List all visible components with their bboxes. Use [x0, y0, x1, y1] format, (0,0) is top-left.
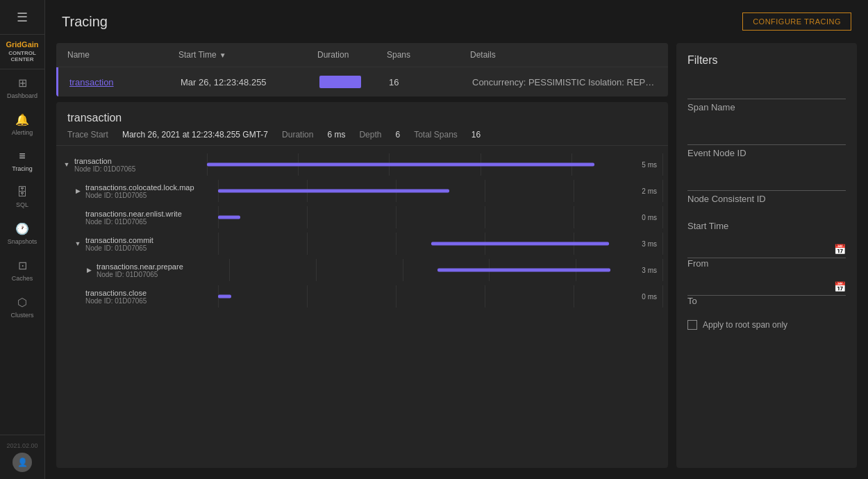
- filter-to: 📅 To: [687, 277, 846, 306]
- sidebar-item-alerting[interactable]: 🔔 Alerting: [0, 106, 44, 143]
- span-duration-label: 0 ms: [642, 293, 657, 301]
- span-toggle[interactable]: ▼: [62, 160, 72, 169]
- apply-root-span-label: Apply to root span only: [703, 320, 787, 330]
- col-start-time[interactable]: Start Time ▼: [178, 50, 317, 60]
- table-header: Name Start Time ▼ Duration Spans Details: [56, 43, 668, 67]
- col-details: Details: [470, 50, 657, 60]
- span-bar: [437, 269, 611, 272]
- row-details: Concurrency: PESSIMISTIC Isolation: REPE…: [472, 77, 657, 87]
- sidebar: ☰ GridGain CONTROL CENTER ⊞ Dashboard 🔔 …: [0, 0, 45, 479]
- span-chart-area: 0 ms: [218, 285, 662, 308]
- table-row[interactable]: transaction Mar 26, 12:23:48.255 16 Conc…: [56, 67, 668, 96]
- span-bar: [218, 190, 449, 193]
- span-row[interactable]: ▼transactionNode ID: 01D070655 ms: [56, 151, 668, 178]
- span-row[interactable]: ▶transactions.near.prepareNode ID: 01D07…: [56, 257, 668, 283]
- span-chart-area: 3 ms: [229, 259, 662, 281]
- span-toggle[interactable]: ▶: [73, 186, 83, 196]
- col-name: Name: [67, 50, 178, 60]
- hamburger-menu[interactable]: ☰: [17, 10, 28, 25]
- span-toggle: [73, 292, 83, 301]
- span-bar: [207, 163, 594, 167]
- span-chart-area: 2 ms: [218, 180, 662, 202]
- span-chart-area: 0 ms: [218, 206, 662, 228]
- span-bar: [431, 242, 609, 246]
- tracing-icon: ≡: [19, 150, 25, 162]
- apply-root-span-checkbox[interactable]: [687, 320, 697, 330]
- span-toggle: [73, 212, 83, 222]
- row-start-time: Mar 26, 12:23:48.255: [181, 77, 319, 87]
- span-bar: [218, 295, 231, 299]
- filters-title: Filters: [687, 54, 846, 67]
- sidebar-item-snapshots[interactable]: 🕐 Snapshots: [0, 215, 44, 252]
- sidebar-item-sql[interactable]: 🗄 SQL: [0, 179, 44, 215]
- node-consistent-id-input[interactable]: [687, 172, 846, 191]
- trace-table: Name Start Time ▼ Duration Spans Details: [56, 43, 668, 96]
- main-content: Tracing CONFIGURE TRACING Name Start Tim…: [45, 0, 868, 479]
- sidebar-item-clusters[interactable]: ⬡ Clusters: [0, 289, 44, 326]
- span-info: transactions.near.prepareNode ID: 01D070…: [94, 262, 229, 278]
- to-calendar-icon[interactable]: 📅: [834, 281, 846, 292]
- dashboard-icon: ⊞: [18, 76, 27, 90]
- page-title: Tracing: [62, 14, 108, 30]
- col-spans: Spans: [387, 50, 470, 60]
- span-info: transactions.colocated.lock.mapNode ID: …: [83, 183, 218, 199]
- from-calendar-icon[interactable]: 📅: [834, 244, 846, 255]
- duration-bar: [319, 76, 361, 88]
- configure-tracing-button[interactable]: CONFIGURE TRACING: [742, 12, 851, 31]
- filters-panel: Filters Span Name Event Node ID Node Con…: [676, 43, 857, 468]
- span-info: transactions.near.enlist.writeNode ID: 0…: [83, 210, 218, 226]
- span-toggle[interactable]: ▼: [73, 239, 83, 249]
- trace-body: ▼transactionNode ID: 01D070655 ms▶transa…: [56, 146, 668, 468]
- span-row[interactable]: ▼transactions.commitNode ID: 01D070653 m…: [56, 230, 668, 257]
- span-row[interactable]: ▶transactions.colocated.lock.mapNode ID:…: [56, 178, 668, 204]
- span-info: transactionNode ID: 01D07065: [72, 157, 207, 173]
- trace-detail: transaction Trace Start March 26, 2021 a…: [56, 102, 668, 468]
- trace-meta: Trace Start March 26, 2021 at 12:23:48.2…: [67, 130, 657, 140]
- trace-detail-title: transaction: [67, 112, 657, 124]
- filter-event-node-id: Event Node ID: [687, 126, 846, 158]
- col-duration: Duration: [317, 50, 387, 60]
- sidebar-item-tracing[interactable]: ≡ Tracing: [0, 143, 44, 179]
- span-row[interactable]: transactions.closeNode ID: 01D070650 ms: [56, 283, 668, 310]
- clusters-icon: ⬡: [17, 296, 27, 309]
- alerting-icon: 🔔: [15, 113, 29, 126]
- span-duration-label: 2 ms: [642, 187, 657, 195]
- sql-icon: 🗄: [17, 186, 28, 199]
- apply-root-span-row: Apply to root span only: [687, 320, 846, 330]
- snapshots-icon: 🕐: [15, 222, 29, 235]
- content-area: Name Start Time ▼ Duration Spans Details: [45, 43, 868, 479]
- trace-detail-header: transaction Trace Start March 26, 2021 a…: [56, 102, 668, 146]
- row-spans: 16: [389, 77, 472, 87]
- span-toggle[interactable]: ▶: [84, 265, 94, 275]
- sidebar-bottom: 2021.02.00 👤: [0, 435, 44, 479]
- span-duration-label: 3 ms: [642, 267, 657, 274]
- logo: GridGain CONTROL CENTER: [0, 35, 44, 69]
- span-chart-area: 5 ms: [207, 153, 662, 176]
- left-panel: Name Start Time ▼ Duration Spans Details: [56, 43, 668, 468]
- span-row[interactable]: transactions.near.enlist.writeNode ID: 0…: [56, 204, 668, 230]
- span-bar: [218, 216, 240, 219]
- caches-icon: ⊡: [18, 259, 27, 272]
- span-duration-label: 3 ms: [642, 240, 657, 248]
- to-date-input[interactable]: [687, 277, 846, 296]
- filter-from: 📅 From: [687, 239, 846, 269]
- span-chart-area: 3 ms: [218, 233, 662, 255]
- version-label: 2021.02.00: [6, 442, 37, 449]
- sort-icon: ▼: [219, 51, 226, 59]
- span-info: transactions.closeNode ID: 01D07065: [83, 289, 218, 305]
- row-name[interactable]: transaction: [69, 77, 181, 87]
- span-duration-label: 0 ms: [642, 214, 657, 221]
- sidebar-item-dashboard[interactable]: ⊞ Dashboard: [0, 69, 44, 106]
- span-name-input[interactable]: [687, 81, 846, 99]
- page-header: Tracing CONFIGURE TRACING: [45, 0, 868, 43]
- filter-start-time-section: Start Time 📅 From 📅 To: [687, 218, 846, 306]
- row-duration: [319, 76, 389, 88]
- sidebar-item-caches[interactable]: ⊡ Caches: [0, 252, 44, 289]
- span-info: transactions.commitNode ID: 01D07065: [83, 236, 218, 252]
- filter-node-consistent-id: Node Consistent ID: [687, 172, 846, 204]
- event-node-id-input[interactable]: [687, 126, 846, 145]
- avatar[interactable]: 👤: [12, 453, 32, 472]
- from-date-input[interactable]: [687, 239, 846, 258]
- filter-span-name: Span Name: [687, 81, 846, 112]
- span-duration-label: 5 ms: [642, 161, 657, 169]
